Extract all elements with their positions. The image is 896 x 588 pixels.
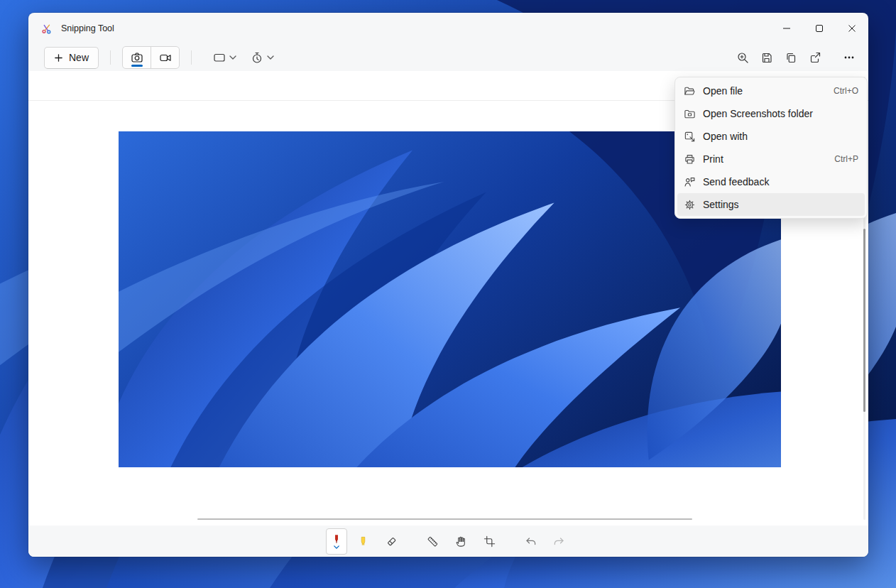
printer-icon [684,153,696,165]
touch-writing-icon [455,535,467,548]
open-file-icon [684,85,696,97]
video-camera-icon [159,51,172,64]
more-options-menu: Open file Ctrl+O Open Screenshots folder [674,77,868,219]
window-title: Snipping Tool [61,23,114,33]
menu-item-label: Settings [703,199,739,210]
zoom-button[interactable] [731,46,755,69]
main-toolbar: New [28,44,868,71]
menu-item-shortcut: Ctrl+O [834,86,858,96]
menu-item-label: Open with [703,131,748,142]
crop-tool[interactable] [478,529,502,553]
rectangle-icon [213,51,226,64]
undo-icon [525,535,537,548]
chevron-down-icon [229,55,236,60]
ballpoint-pen-tool[interactable] [326,528,347,555]
toolbar-separator [191,50,192,65]
ballpoint-pen-icon [331,533,342,545]
new-button-label: New [69,52,89,63]
ellipsis-icon [843,51,856,64]
snipping-tool-app-icon [41,23,53,34]
maximize-icon [816,25,823,32]
horizontal-scrollbar[interactable] [197,518,692,520]
eraser-icon [386,535,398,548]
magnifier-plus-icon [736,51,749,64]
snip-shape-dropdown[interactable] [209,46,241,69]
highlighter-icon [357,535,369,548]
save-button[interactable] [755,46,779,69]
maximize-button[interactable] [803,13,836,44]
delay-dropdown[interactable] [246,46,278,69]
menu-item-shortcut: Ctrl+P [834,154,858,164]
chevron-down-icon [334,545,339,549]
capture-mode-toggle [122,46,180,69]
more-options-button[interactable] [837,46,861,69]
record-mode-button[interactable] [151,47,179,68]
menu-item-print[interactable]: Print Ctrl+P [677,148,865,170]
menu-item-label: Print [703,153,723,165]
save-icon [760,51,773,64]
new-button[interactable]: New [44,47,99,69]
menu-item-settings[interactable]: Settings [677,193,865,216]
redo-icon [553,535,565,548]
crop-icon [483,535,496,548]
ruler-tool[interactable] [421,529,445,553]
touch-writing-tool[interactable] [449,529,474,553]
menu-item-label: Open file [703,85,743,97]
menu-item-label: Open Screenshots folder [703,108,813,119]
menu-item-open-file[interactable]: Open file Ctrl+O [677,80,865,102]
minimize-icon [783,25,790,32]
camera-icon [131,51,143,64]
menu-item-label: Send feedback [703,176,769,187]
eraser-tool[interactable] [380,529,404,553]
menu-item-send-feedback[interactable]: Send feedback [677,170,865,193]
selected-mode-indicator [131,65,143,67]
snip-mode-button[interactable] [123,47,151,68]
redo-button[interactable] [547,529,572,553]
menu-item-open-with[interactable]: Open with [677,125,865,148]
ruler-icon [427,535,439,548]
open-with-icon [684,131,696,143]
chevron-down-icon [267,55,274,60]
gear-icon [684,199,696,211]
close-button[interactable] [836,13,868,44]
vertical-scrollbar[interactable] [863,229,865,412]
titlebar[interactable]: Snipping Tool [28,13,868,44]
share-icon [809,51,821,64]
copy-icon [785,51,797,64]
highlighter-tool[interactable] [351,529,376,553]
annotation-toolbar [28,526,868,557]
menu-item-open-screenshots-folder[interactable]: Open Screenshots folder [677,102,865,125]
minimize-button[interactable] [770,13,803,44]
feedback-icon [684,176,696,188]
close-icon [848,25,856,32]
snipping-tool-window: Snipping Tool New [28,13,868,557]
screenshots-folder-icon [684,108,696,120]
timer-icon [251,51,263,64]
plus-icon [54,53,63,62]
copy-button[interactable] [779,46,803,69]
toolbar-separator [110,50,111,65]
share-button[interactable] [803,46,827,69]
undo-button[interactable] [519,529,543,553]
caption-controls [770,13,868,44]
